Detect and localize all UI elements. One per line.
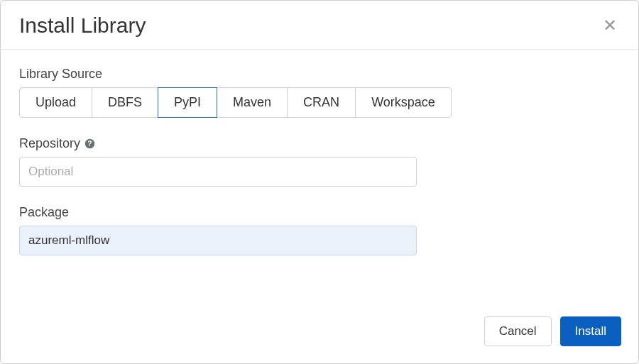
help-icon[interactable]: ? [84, 138, 95, 149]
package-group: Package [19, 205, 620, 255]
svg-text:?: ? [87, 140, 92, 148]
library-source-tabs: Upload DBFS PyPI Maven CRAN Workspace [19, 87, 452, 118]
repository-input[interactable] [19, 157, 417, 187]
library-source-label: Library Source [19, 67, 620, 82]
dialog-title: Install Library [19, 13, 146, 38]
install-library-dialog: Install Library ✕ Library Source Upload … [0, 0, 639, 364]
dialog-body: Library Source Upload DBFS PyPI Maven CR… [1, 50, 638, 305]
tab-dbfs[interactable]: DBFS [92, 87, 158, 118]
library-source-group: Library Source Upload DBFS PyPI Maven CR… [19, 67, 620, 118]
cancel-button[interactable]: Cancel [484, 316, 552, 346]
repository-label-text: Repository [19, 136, 80, 151]
package-label: Package [19, 205, 620, 220]
package-input[interactable] [19, 226, 417, 255]
close-icon[interactable]: ✕ [600, 14, 620, 37]
tab-pypi[interactable]: PyPI [158, 87, 217, 118]
dialog-header: Install Library ✕ [1, 1, 638, 50]
tab-cran[interactable]: CRAN [287, 87, 356, 118]
repository-group: Repository ? [19, 136, 620, 187]
tab-maven[interactable]: Maven [217, 87, 288, 118]
repository-label: Repository ? [19, 136, 620, 151]
tab-upload[interactable]: Upload [19, 87, 92, 118]
dialog-footer: Cancel Install [1, 305, 638, 363]
tab-workspace[interactable]: Workspace [355, 87, 452, 118]
install-button[interactable]: Install [560, 316, 621, 346]
